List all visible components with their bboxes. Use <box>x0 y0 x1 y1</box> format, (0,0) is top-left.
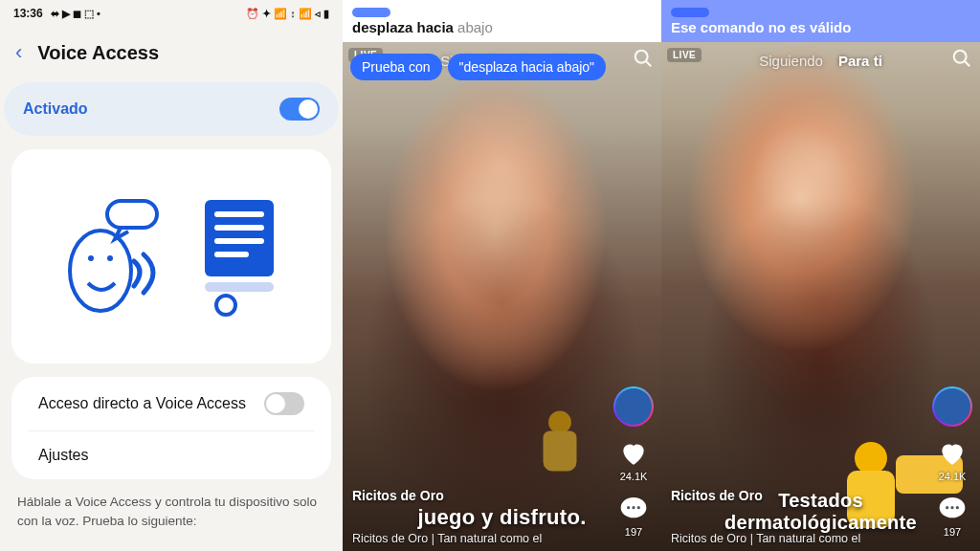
svg-rect-8 <box>214 252 249 257</box>
status-bar: 13:36 ⬌ ▶ ◼ ⬚ • ⏰ ✦ 📶 ↕ 📶 ◃ ▮ <box>0 0 343 27</box>
svg-rect-9 <box>205 282 274 292</box>
svg-line-12 <box>646 61 652 67</box>
svg-rect-3 <box>107 201 157 228</box>
settings-list: Acceso directo a Voice Access Ajustes <box>11 377 331 479</box>
like-button[interactable]: 24.1K <box>937 438 968 482</box>
svg-rect-7 <box>214 238 264 244</box>
video-description[interactable]: Ricitos de Oro | Tan natural como el <box>671 532 860 545</box>
svg-point-21 <box>950 506 953 509</box>
search-icon[interactable] <box>633 48 654 69</box>
hint-command[interactable]: "desplaza hacia abajo" <box>448 54 606 80</box>
svg-point-0 <box>70 231 131 311</box>
voice-listening-icon <box>671 8 709 17</box>
comment-count: 197 <box>625 526 642 538</box>
tiktok-screen-b: Ese comando no es válido LIVE Siguiendo … <box>661 0 980 551</box>
voice-face-icon <box>57 189 172 323</box>
comment-button[interactable]: 197 <box>937 494 968 538</box>
status-left-icons: ⬌ ▶ ◼ ⬚ • <box>51 8 100 20</box>
svg-rect-6 <box>214 225 264 231</box>
activated-toggle[interactable] <box>279 98 320 121</box>
comment-button[interactable]: 197 <box>618 494 649 538</box>
svg-point-11 <box>635 51 648 63</box>
voice-access-bar[interactable]: desplaza hacia abajo <box>343 0 661 42</box>
author-name[interactable]: Ricitos de Oro <box>352 488 444 503</box>
illustration-card <box>11 149 331 364</box>
page-title: Voice Access <box>37 42 159 64</box>
like-count: 24.1K <box>939 471 967 482</box>
voice-error: Ese comando no es válido <box>671 19 970 35</box>
shortcut-label: Acceso directo a Voice Access <box>38 395 246 412</box>
tab-following[interactable]: Siguiendo <box>759 53 823 69</box>
voice-transcript: desplaza hacia abajo <box>352 19 652 35</box>
heart-icon <box>937 438 968 469</box>
search-icon[interactable] <box>951 48 972 69</box>
svg-point-10 <box>216 296 235 315</box>
settings-row[interactable]: Ajustes <box>19 431 323 479</box>
svg-point-14 <box>627 506 630 509</box>
comment-icon <box>618 494 649 524</box>
comment-count: 197 <box>944 526 961 538</box>
voice-access-bar[interactable]: Ese comando no es válido <box>661 0 980 42</box>
shortcut-row[interactable]: Acceso directo a Voice Access <box>19 377 323 430</box>
svg-point-17 <box>954 51 967 63</box>
tiktok-screen-a: desplaza hacia abajo LIVE Siguiendo Para… <box>343 0 661 551</box>
voice-listening-icon <box>352 8 390 17</box>
comment-icon <box>937 494 968 524</box>
voice-hint: Prueba con "desplaza hacia abajo" <box>350 54 606 80</box>
activated-label: Activado <box>23 100 88 118</box>
svg-point-2 <box>107 255 113 261</box>
video-description[interactable]: Ricitos de Oro | Tan natural como el <box>352 532 542 545</box>
svg-point-15 <box>632 506 635 509</box>
top-tabs: Siguiendo Para ti <box>661 46 980 75</box>
right-rail: 24.1K 197 <box>930 386 974 538</box>
status-time: 13:36 <box>13 7 43 20</box>
svg-point-22 <box>956 506 959 509</box>
back-icon[interactable]: ‹ <box>15 40 22 65</box>
right-rail: 24.1K 197 <box>612 386 656 538</box>
status-right-icons: ⏰ ✦ 📶 ↕ 📶 ◃ ▮ <box>246 8 329 20</box>
svg-point-16 <box>637 506 640 509</box>
author-name[interactable]: Ricitos de Oro <box>671 488 763 503</box>
activated-row[interactable]: Activado <box>4 82 339 136</box>
author-avatar[interactable] <box>932 386 972 427</box>
footnote: Háblale a Voice Access y controla tu dis… <box>0 479 343 530</box>
settings-screen: 13:36 ⬌ ▶ ◼ ⬚ • ⏰ ✦ 📶 ↕ 📶 ◃ ▮ ‹ Voice Ac… <box>0 0 343 551</box>
like-button[interactable]: 24.1K <box>618 438 649 482</box>
shortcut-toggle[interactable] <box>264 392 304 415</box>
settings-label: Ajustes <box>38 447 88 464</box>
svg-point-20 <box>946 506 948 509</box>
svg-line-18 <box>965 61 970 67</box>
svg-point-1 <box>88 255 94 261</box>
heart-icon <box>618 438 649 469</box>
scroll-list-icon <box>199 194 285 319</box>
tab-foryou[interactable]: Para ti <box>838 53 882 69</box>
product-bottle <box>541 411 578 472</box>
svg-rect-5 <box>214 211 264 217</box>
header: ‹ Voice Access <box>0 27 343 82</box>
author-avatar[interactable] <box>613 386 654 427</box>
hint-prefix[interactable]: Prueba con <box>350 54 442 80</box>
like-count: 24.1K <box>620 471 648 482</box>
